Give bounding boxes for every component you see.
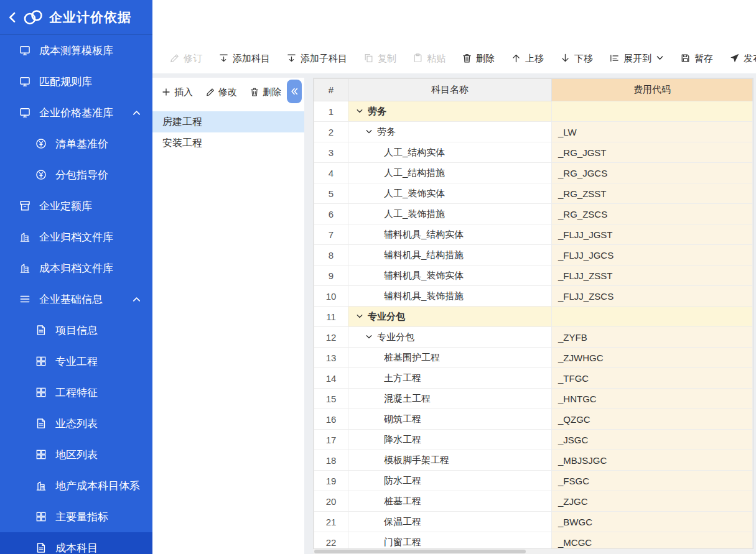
sidebar-item-cost-archive-library[interactable]: 成本归档文件库	[0, 252, 152, 284]
cost-code-cell[interactable]	[552, 101, 753, 122]
add-subject-button[interactable]: 添加科目	[218, 53, 270, 63]
subject-name-cell[interactable]: 人工_装饰实体	[348, 183, 552, 204]
subject-name-cell[interactable]: 人工_结构实体	[348, 142, 552, 163]
table-row[interactable]: 11专业分包	[314, 307, 753, 327]
sidebar-item-project-info[interactable]: 项目信息	[0, 315, 152, 346]
sidebar-item-cost-subjects[interactable]: 成本科目	[0, 532, 152, 554]
cost-code-cell[interactable]: _RG_ZSST	[552, 183, 753, 204]
sidebar-item-subcontract-guide-price[interactable]: 分包指导价	[0, 159, 152, 190]
cost-code-cell[interactable]: _MBJSJGC	[552, 450, 753, 471]
sidebar-item-list-benchmark-price[interactable]: 清单基准价	[0, 128, 152, 159]
cost-code-cell[interactable]: _ZJGC	[552, 491, 753, 512]
col-header-subject-name[interactable]: 科目名称	[348, 79, 552, 101]
cost-code-cell[interactable]: _ZYFB	[552, 327, 753, 348]
subject-name-cell[interactable]: 辅料机具_结构措施	[348, 245, 552, 265]
table-row[interactable]: 15混凝土工程_HNTGC	[314, 389, 753, 409]
sidebar-item-region-list[interactable]: 地区列表	[0, 439, 152, 470]
cost-code-cell[interactable]: _MCGC	[552, 532, 753, 550]
subject-name-cell[interactable]: 混凝土工程	[348, 389, 552, 409]
subject-name-cell[interactable]: 辅料机具_装饰措施	[348, 286, 552, 307]
subject-name-cell[interactable]: 桩基工程	[348, 491, 552, 512]
table-row[interactable]: 9辅料机具_装饰实体_FLJJ_ZSST	[314, 265, 753, 286]
cost-code-cell[interactable]: _FLJJ_ZSST	[552, 265, 753, 286]
table-row[interactable]: 14土方工程_TFGC	[314, 368, 753, 389]
sidebar-item-business-type-list[interactable]: 业态列表	[0, 408, 152, 439]
sidebar-item-specialty-engineering[interactable]: 专业工程	[0, 346, 152, 377]
subject-name-cell[interactable]: 辅料机具_装饰实体	[348, 265, 552, 286]
table-row[interactable]: 18模板脚手架工程_MBJSJGC	[314, 450, 753, 471]
table-row[interactable]: 7辅料机具_结构实体_FLJJ_JGST	[314, 224, 753, 245]
subject-name-cell[interactable]: 辅料机具_结构实体	[348, 224, 552, 245]
subject-name-cell[interactable]: 劳务	[348, 122, 552, 142]
col-header-cost-code[interactable]: 费用代码	[552, 79, 753, 101]
chevron-up-icon[interactable]	[132, 295, 141, 304]
collapse-panel-button[interactable]	[287, 80, 302, 103]
delete-button[interactable]: 删除	[462, 53, 495, 63]
cost-code-cell[interactable]: _QZGC	[552, 409, 753, 430]
list-item-installation-project[interactable]: 安装工程	[152, 132, 304, 154]
subject-name-cell[interactable]: 专业分包	[348, 327, 552, 348]
table-row[interactable]: 19防水工程_FSGC	[314, 471, 753, 491]
table-row[interactable]: 2劳务_LW	[314, 122, 753, 142]
subject-name-cell[interactable]: 桩基围护工程	[348, 348, 552, 368]
cost-code-cell[interactable]: _FLJJ_ZSCS	[552, 286, 753, 307]
cost-code-cell[interactable]: _FSGC	[552, 471, 753, 491]
sidebar-item-enterprise-quota-library[interactable]: 企业定额库	[0, 190, 152, 221]
table-row[interactable]: 5人工_装饰实体_RG_ZSST	[314, 183, 753, 204]
chevron-up-icon[interactable]	[132, 108, 141, 118]
table-row[interactable]: 21保温工程_BWGC	[314, 512, 753, 532]
table-row[interactable]: 16砌筑工程_QZGC	[314, 409, 753, 430]
subject-name-cell[interactable]: 土方工程	[348, 368, 552, 389]
table-row[interactable]: 4人工_结构措施_RG_JGCS	[314, 163, 753, 183]
move-up-button[interactable]: 上移	[511, 53, 544, 63]
sidebar-item-enterprise-archive-library[interactable]: 企业归档文件库	[0, 221, 152, 252]
subject-name-cell[interactable]: 保温工程	[348, 512, 552, 532]
cost-code-cell[interactable]: _RG_JGST	[552, 142, 753, 163]
table-row[interactable]: 3人工_结构实体_RG_JGST	[314, 142, 753, 163]
cost-code-cell[interactable]: _BWGC	[552, 512, 753, 532]
subject-name-cell[interactable]: 人工_结构措施	[348, 163, 552, 183]
expand-to-button[interactable]: 展开到	[609, 53, 664, 63]
cost-code-cell[interactable]: _JSGC	[552, 430, 753, 450]
list-item-building-project[interactable]: 房建工程	[152, 111, 304, 132]
panel-modify-button[interactable]: 修改	[205, 86, 237, 98]
cost-code-cell[interactable]: _RG_ZSCS	[552, 204, 753, 224]
table-row[interactable]: 22门窗工程_MCGC	[314, 532, 753, 550]
sidebar-item-matching-rules-library[interactable]: 匹配规则库	[0, 66, 152, 97]
table-row[interactable]: 8辅料机具_结构措施_FLJJ_JGCS	[314, 245, 753, 265]
table-row[interactable]: 6人工_装饰措施_RG_ZSCS	[314, 204, 753, 224]
subject-name-cell[interactable]: 降水工程	[348, 430, 552, 450]
cost-code-cell[interactable]: _HNTGC	[552, 389, 753, 409]
sidebar-item-price-benchmark-library[interactable]: 企业价格基准库	[0, 97, 152, 128]
cost-code-cell[interactable]: _RG_JGCS	[552, 163, 753, 183]
cost-code-cell[interactable]	[552, 307, 753, 327]
subject-name-cell[interactable]: 砌筑工程	[348, 409, 552, 430]
cost-code-cell[interactable]: _ZJWHGC	[552, 348, 753, 368]
add-child-subject-button[interactable]: 添加子科目	[286, 53, 347, 63]
move-down-button[interactable]: 下移	[560, 53, 593, 63]
cost-code-cell[interactable]: _TFGC	[552, 368, 753, 389]
cost-code-cell[interactable]: _FLJJ_JGCS	[552, 245, 753, 265]
temp-save-button[interactable]: 暂存	[680, 53, 713, 63]
table-row[interactable]: 12专业分包_ZYFB	[314, 327, 753, 348]
scrollbar-thumb[interactable]	[314, 550, 526, 553]
subject-name-cell[interactable]: 人工_装饰措施	[348, 204, 552, 224]
subject-name-cell[interactable]: 模板脚手架工程	[348, 450, 552, 471]
table-row[interactable]: 17降水工程_JSGC	[314, 430, 753, 450]
sidebar-item-enterprise-basic-info[interactable]: 企业基础信息	[0, 284, 152, 315]
sidebar-item-realestate-cost-subject-system[interactable]: 地产成本科目体系	[0, 470, 152, 501]
chevron-down-icon[interactable]	[365, 128, 373, 136]
publish-button[interactable]: 发布	[729, 53, 756, 63]
subject-name-cell[interactable]: 专业分包	[348, 307, 552, 327]
table-row[interactable]: 1劳务	[314, 101, 753, 122]
subject-name-cell[interactable]: 门窗工程	[348, 532, 552, 550]
panel-insert-button[interactable]: 插入	[161, 86, 193, 98]
chevron-down-icon[interactable]	[365, 333, 373, 341]
horizontal-scrollbar[interactable]	[313, 549, 754, 554]
subject-name-cell[interactable]: 劳务	[348, 101, 552, 122]
chevron-down-icon[interactable]	[356, 108, 363, 115]
cost-code-cell[interactable]: _FLJJ_JGST	[552, 224, 753, 245]
panel-delete-button[interactable]: 删除	[250, 86, 281, 98]
sidebar-item-key-quantity-indicators[interactable]: 主要量指标	[0, 501, 152, 532]
cost-code-cell[interactable]: _LW	[552, 122, 753, 142]
